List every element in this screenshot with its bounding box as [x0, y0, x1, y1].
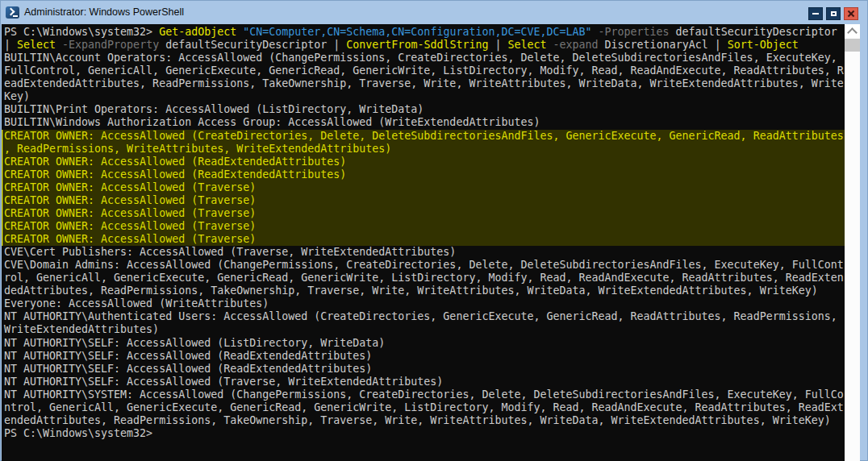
terminal-line: ntrol, GenericAll, GenericExecute, Gener… [4, 401, 845, 414]
close-icon [847, 10, 855, 18]
terminal-line-highlighted: CREATOR OWNER: AccessAllowed (Traverse) [4, 194, 845, 207]
terminal-line: CVE\Cert Publishers: AccessAllowed (Trav… [4, 246, 845, 259]
terminal-line: rol, GenericAll, GenericExecute, Generic… [4, 272, 845, 284]
powershell-icon-chevron [7, 7, 15, 15]
terminal-line: CVE\Domain Admins: AccessAllowed (Change… [4, 259, 845, 272]
terminal-line: endedAttributes, ReadPermissions, TakeOw… [4, 414, 845, 427]
minimize-button[interactable] [808, 7, 823, 20]
terminal-line: NT AUTHORITY\SYSTEM: AccessAllowed (Chan… [4, 388, 845, 401]
window-title: Administrator: Windows PowerShell [24, 6, 184, 18]
terminal-line: BUILTIN\Account Operators: AccessAllowed… [4, 52, 845, 64]
terminal-line: NT AUTHORITY\SELF: AccessAllowed (Traver… [4, 376, 845, 388]
terminal-line: Key) [4, 90, 845, 103]
title-bar[interactable]: Administrator: Windows PowerShell [0, 0, 868, 24]
powershell-icon-underscore [13, 15, 18, 17]
terminal-output[interactable]: PS C:\Windows\system32> Get-adObject "CN… [2, 24, 845, 461]
terminal-line-highlighted: , ReadPermissions, WriteAttributes, Writ… [4, 143, 845, 156]
scrollbar-track[interactable] [845, 24, 860, 461]
scrollbar-thumb[interactable] [845, 39, 860, 52]
powershell-window: Administrator: Windows PowerShell PS C:\… [0, 0, 868, 461]
terminal-line: NT AUTHORITY\SELF: AccessAllowed (ListDi… [4, 337, 845, 350]
terminal-line-highlighted: CREATOR OWNER: AccessAllowed (Traverse) [4, 181, 845, 194]
terminal-line-highlighted: CREATOR OWNER: AccessAllowed (CreateDire… [4, 130, 845, 143]
terminal-line: BUILTIN\Print Operators: AccessAllowed (… [4, 103, 845, 116]
terminal-line: BUILTIN\Windows Authorization Access Gro… [4, 116, 845, 129]
terminal-line: WriteExtendedAttributes) [4, 323, 845, 336]
terminal-line: NT AUTHORITY\Authenticated Users: Access… [4, 310, 845, 323]
terminal-line: PS C:\Windows\system32> Get-adObject "CN… [4, 26, 845, 39]
terminal-line: dedAttributes, ReadPermissions, TakeOwne… [4, 284, 845, 297]
terminal-line-highlighted: CREATOR OWNER: AccessAllowed (Traverse) [4, 207, 845, 220]
terminal-line: NT AUTHORITY\SELF: AccessAllowed (ReadEx… [4, 363, 845, 376]
maximize-icon [831, 11, 837, 16]
terminal-line-highlighted: CREATOR OWNER: AccessAllowed (Traverse) [4, 233, 845, 246]
terminal-line: FullControl, GenericAll, GenericExecute,… [4, 64, 845, 77]
terminal-line-highlighted: CREATOR OWNER: AccessAllowed (Traverse) [4, 220, 845, 233]
powershell-icon [6, 6, 19, 19]
scrollbar-up-button[interactable] [845, 24, 860, 38]
scroll-up-icon [847, 27, 858, 38]
terminal-line-highlighted: CREATOR OWNER: AccessAllowed (ReadExtend… [4, 168, 845, 181]
terminal-line: PS C:\Windows\system32> [4, 427, 845, 440]
terminal-line: Everyone: AccessAllowed (WriteAttributes… [4, 297, 845, 310]
close-button[interactable] [844, 7, 858, 20]
window-controls [808, 7, 858, 20]
terminal-line: NT AUTHORITY\SELF: AccessAllowed (ReadEx… [4, 350, 845, 363]
terminal-line: eadExtendedAttributes, ReadPermissions, … [4, 77, 845, 90]
terminal-line: | Select -ExpandProperty defaultSecurity… [4, 39, 845, 52]
terminal-line-highlighted: CREATOR OWNER: AccessAllowed (ReadExtend… [4, 156, 845, 168]
minimize-icon [812, 13, 819, 15]
maximize-button[interactable] [826, 7, 841, 20]
